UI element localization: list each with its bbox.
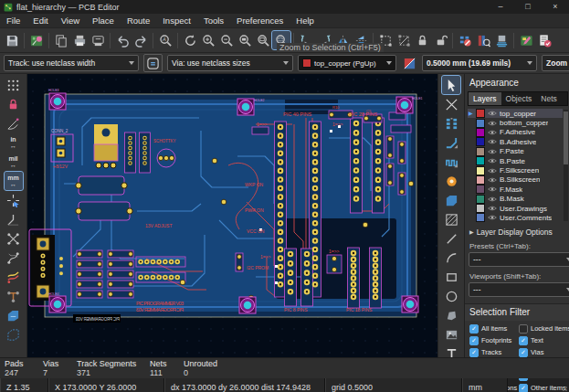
layer-row[interactable]: B.Adhesive bbox=[468, 137, 563, 146]
plot-button[interactable] bbox=[89, 31, 107, 49]
grid-override-button[interactable] bbox=[5, 95, 23, 113]
visibility-eye-icon[interactable] bbox=[488, 148, 497, 155]
library-browser-button[interactable] bbox=[474, 31, 492, 49]
layer-color-swatch[interactable] bbox=[476, 166, 485, 175]
visibility-eye-icon[interactable] bbox=[488, 214, 497, 221]
checkbox-icon[interactable] bbox=[469, 324, 479, 334]
zoom-select[interactable]: Zoom 1.50 bbox=[542, 55, 569, 71]
refresh-view-button[interactable] bbox=[181, 31, 199, 49]
zoom-objects-button[interactable] bbox=[254, 31, 272, 49]
menu-tools[interactable]: Tools bbox=[197, 16, 230, 26]
undo-button[interactable] bbox=[113, 31, 132, 49]
toggle-grid-button[interactable] bbox=[5, 76, 23, 94]
save-button[interactable] bbox=[3, 31, 21, 49]
menu-help[interactable]: Help bbox=[290, 16, 321, 26]
layer-color-swatch[interactable] bbox=[476, 156, 485, 165]
route-tracks-button[interactable] bbox=[442, 133, 460, 152]
board-setup-button[interactable] bbox=[27, 31, 46, 49]
resize-grip[interactable] bbox=[556, 378, 569, 392]
cursor-shape-button[interactable] bbox=[5, 191, 23, 209]
filter-footprints[interactable]: Footprints bbox=[469, 336, 517, 345]
scrollbar-thumb[interactable] bbox=[564, 111, 568, 164]
curved-ratsnest-button[interactable] bbox=[5, 249, 23, 267]
track-width-select[interactable]: Track: use netclass width bbox=[4, 55, 139, 71]
layer-row[interactable]: B.Silkscreen bbox=[468, 175, 563, 185]
draw-line-button[interactable] bbox=[442, 229, 460, 248]
filter-text[interactable]: Text bbox=[519, 336, 569, 345]
layer-color-swatch[interactable] bbox=[476, 109, 485, 118]
draw-arc-button[interactable] bbox=[442, 249, 460, 267]
layer-color-swatch[interactable] bbox=[476, 185, 485, 194]
ungroup-button[interactable] bbox=[395, 31, 413, 49]
layer-color-swatch[interactable] bbox=[476, 204, 485, 213]
visibility-eye-icon[interactable] bbox=[488, 110, 497, 117]
add-rule-area-button[interactable] bbox=[442, 210, 460, 228]
free-angle-button[interactable] bbox=[5, 210, 23, 228]
visibility-eye-icon[interactable] bbox=[488, 157, 497, 164]
visibility-eye-icon[interactable] bbox=[488, 205, 497, 212]
checkbox-icon[interactable] bbox=[469, 336, 479, 345]
menu-route[interactable]: Route bbox=[121, 16, 156, 26]
zone-fill-display-button[interactable] bbox=[5, 306, 23, 324]
redo-button[interactable] bbox=[132, 31, 150, 49]
select-tool-button[interactable] bbox=[442, 76, 460, 94]
visibility-eye-icon[interactable] bbox=[488, 129, 497, 136]
zoom-in-button[interactable] bbox=[199, 31, 217, 49]
menu-view[interactable]: View bbox=[55, 16, 86, 26]
layer-row[interactable]: B.Mask bbox=[468, 195, 563, 204]
checkbox-icon[interactable] bbox=[519, 348, 528, 357]
filter-locked-items[interactable]: Locked items bbox=[519, 324, 569, 334]
layer-color-swatch[interactable] bbox=[476, 195, 485, 204]
units-mils-button[interactable]: mil bbox=[5, 153, 23, 171]
zoom-out-button[interactable] bbox=[217, 31, 236, 49]
filter-vias[interactable]: Vias bbox=[519, 348, 569, 357]
layer-row[interactable]: bottom_copper bbox=[468, 118, 563, 127]
zone-outline-display-button[interactable] bbox=[5, 325, 23, 344]
menu-place[interactable]: Place bbox=[86, 16, 121, 26]
menu-preferences[interactable]: Preferences bbox=[230, 16, 290, 26]
print-button[interactable] bbox=[70, 31, 89, 49]
footprint-editor-button[interactable] bbox=[517, 31, 535, 49]
viewports-select[interactable]: --- bbox=[469, 282, 569, 297]
checkbox-icon[interactable] bbox=[519, 324, 528, 334]
show-ratsnest-button[interactable] bbox=[5, 229, 23, 248]
layer-row[interactable]: F.Silkscreen bbox=[468, 165, 563, 175]
layer-row[interactable]: F.Paste bbox=[468, 147, 563, 156]
layer-select[interactable]: top_copper (PgUp) bbox=[298, 55, 396, 71]
layer-color-swatch[interactable] bbox=[476, 147, 485, 156]
grid-select[interactable]: 0.5000 mm (19.69 mils) bbox=[422, 55, 537, 71]
layer-row[interactable]: ▶top_copper bbox=[468, 109, 563, 118]
stackup-button[interactable] bbox=[492, 31, 511, 49]
layer-row[interactable]: B.Paste bbox=[468, 156, 563, 165]
visibility-eye-icon[interactable] bbox=[488, 120, 497, 127]
tab-nets[interactable]: Nets bbox=[536, 92, 561, 105]
menu-file[interactable]: File bbox=[0, 16, 26, 26]
layer-row[interactable]: F.Adhesive bbox=[468, 128, 563, 137]
maximize-button[interactable]: □ bbox=[514, 0, 542, 14]
filter-all-items[interactable]: All items bbox=[469, 324, 517, 334]
filter-tracks[interactable]: Tracks bbox=[469, 348, 517, 357]
hide-ratsnest-button[interactable] bbox=[456, 31, 474, 49]
layer-row[interactable]: User.Comments bbox=[468, 213, 563, 222]
visibility-eye-icon[interactable] bbox=[488, 167, 497, 175]
layer-row[interactable]: F.Mask bbox=[468, 185, 563, 194]
add-zone-button[interactable] bbox=[442, 191, 460, 209]
net-color-mode-button[interactable] bbox=[5, 287, 23, 305]
tab-objects[interactable]: Objects bbox=[501, 92, 537, 105]
visibility-eye-icon[interactable] bbox=[488, 176, 497, 184]
layer-color-swatch[interactable] bbox=[476, 175, 485, 185]
layer-color-swatch[interactable] bbox=[476, 137, 485, 146]
presets-select[interactable]: --- bbox=[469, 252, 569, 267]
polar-coords-button[interactable] bbox=[5, 114, 23, 132]
add-image-button[interactable] bbox=[442, 325, 460, 344]
checkbox-icon[interactable] bbox=[469, 348, 479, 357]
units-inches-button[interactable]: in bbox=[5, 133, 23, 152]
layer-color-swatch[interactable] bbox=[476, 119, 485, 128]
lock-button[interactable] bbox=[413, 31, 431, 49]
pcb-canvas[interactable]: PIC PROGRAMMER V03 PIC 40 PINS PIC 28 PI… bbox=[27, 74, 437, 357]
tune-length-button[interactable] bbox=[442, 153, 460, 171]
minimize-button[interactable]: – bbox=[487, 0, 514, 14]
layer-row[interactable]: User.Drawings bbox=[468, 204, 563, 213]
layers-scrollbar[interactable] bbox=[564, 110, 568, 221]
visibility-eye-icon[interactable] bbox=[488, 138, 497, 145]
